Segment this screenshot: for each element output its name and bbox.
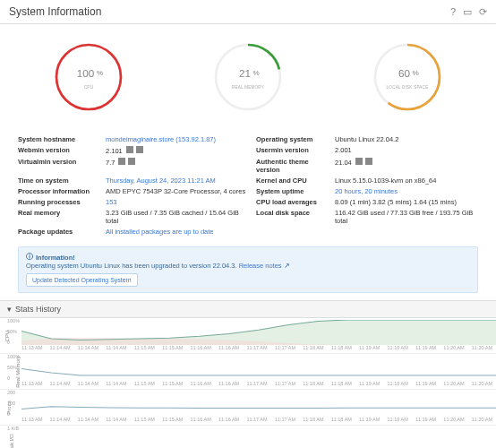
theme-info-icon[interactable]	[365, 158, 372, 165]
gauges-row: 100%CPU 21%REAL MEMORY 60%LOCAL DISK SPA…	[0, 24, 496, 132]
settings-icon[interactable]	[126, 146, 133, 153]
lbl-load: CPU load averages	[256, 198, 328, 206]
gauge-memory: 21%REAL MEMORY	[208, 37, 288, 119]
chart-label: Real Memory	[15, 356, 21, 388]
val-os: Ubuntu Linux 22.04.2	[335, 135, 478, 143]
lbl-usermin: Usermin version	[256, 146, 328, 155]
page-header: System Information ? ▭ ⟳	[0, 0, 496, 24]
chart-x-axis: 11:13 AM11:14 AM11:14 AM11:14 AM11:15 AM…	[21, 381, 496, 386]
stats-header[interactable]: ▾Stats History	[0, 300, 496, 318]
lbl-uptime: System uptime	[256, 187, 328, 195]
lbl-webmin: Webmin version	[18, 146, 98, 155]
svg-text:100: 100	[77, 67, 95, 79]
svg-text:%: %	[412, 69, 418, 77]
alert-body: Operating system Ubuntu Linux has been u…	[26, 262, 470, 270]
chart-x-axis: 11:13 AM11:14 AM11:14 AM11:14 AM11:15 AM…	[21, 417, 496, 422]
lbl-mem: Real memory	[18, 209, 98, 225]
lbl-time: Time on system	[18, 177, 98, 185]
terminal-icon[interactable]: ▭	[463, 6, 472, 18]
info-grid: System hostnamemondeimaginaire.store (15…	[0, 132, 496, 243]
alert-info: ⓘInformation! Operating system Ubuntu Li…	[18, 246, 478, 293]
svg-text:60: 60	[398, 67, 411, 79]
lbl-proc: Processor information	[18, 187, 98, 195]
val-running[interactable]: 153	[106, 198, 249, 206]
chevron-down-icon: ▾	[7, 305, 12, 314]
chart-diskio: Disk I/O 1 KiB0 11:13 AM11:14 AM11:14 AM…	[0, 426, 496, 448]
theme-settings-icon[interactable]	[355, 158, 363, 165]
val-load: 8.09 (1 min) 3.82 (5 mins) 1.64 (15 mins…	[335, 198, 478, 206]
lbl-pkg: Package updates	[18, 228, 98, 236]
val-pkg[interactable]: All installed packages are up to date	[106, 228, 249, 236]
info-icon[interactable]	[136, 146, 143, 153]
val-usermin: 2.001	[335, 146, 478, 155]
help-icon[interactable]: ?	[450, 6, 456, 18]
chart-procs: Procs 2001000 11:13 AM11:14 AM11:14 AM11…	[0, 390, 496, 426]
update-os-button[interactable]: Update Detected Operating System	[26, 273, 138, 287]
lbl-running: Running processes	[18, 198, 98, 206]
svg-text:21: 21	[239, 67, 251, 79]
release-notes-link[interactable]: Release notes	[239, 262, 282, 270]
lbl-os: Operating system	[256, 135, 328, 143]
info-circle-icon: ⓘ	[26, 253, 33, 262]
lbl-hostname: System hostname	[18, 135, 98, 143]
lbl-virtualmin: Virtualmin version	[18, 158, 98, 174]
val-kernel: Linux 5.15.0-1039-kvm on x86_64	[335, 177, 478, 185]
page-title: System Information	[9, 5, 101, 18]
val-time[interactable]: Thursday, August 24, 2023 11:21 AM	[106, 177, 249, 185]
chart-label: Disk I/O	[9, 434, 14, 448]
val-uptime[interactable]: 20 hours, 20 minutes	[335, 187, 478, 195]
val-webmin: 2.101	[106, 146, 249, 155]
note-icon[interactable]	[118, 158, 125, 165]
alert-title: ⓘInformation!	[26, 253, 470, 262]
val-proc: AMD EPYC 7543P 32-Core Processor, 4 core…	[106, 187, 249, 195]
chart-realmemory: Real Memory 100%50%0 11:13 AM11:14 AM11:…	[0, 354, 496, 390]
lbl-disk: Local disk space	[256, 209, 328, 225]
val-hostname[interactable]: mondeimaginaire.store (153.92.1.87)	[106, 135, 249, 143]
svg-text:%: %	[97, 69, 103, 77]
chart-x-axis: 11:13 AM11:14 AM11:14 AM11:14 AM11:15 AM…	[21, 345, 496, 350]
refresh-icon[interactable]: ⟳	[479, 6, 487, 18]
svg-text:LOCAL DISK SPACE: LOCAL DISK SPACE	[387, 85, 429, 90]
charts-container: CPU 100%50%0 11:13 AM11:14 AM11:14 AM11:…	[0, 318, 496, 448]
val-virtualmin: 7.7	[106, 158, 249, 174]
header-actions: ? ▭ ⟳	[450, 6, 487, 18]
val-disk: 116.42 GiB used / 77.33 GiB free / 193.7…	[335, 209, 478, 225]
lbl-theme: Authentic theme version	[256, 158, 328, 174]
gauge-disk: 60%LOCAL DISK SPACE	[367, 37, 448, 119]
gauge-cpu: 100%CPU	[48, 37, 129, 119]
val-theme: 21.04	[335, 158, 478, 174]
val-mem: 3.23 GiB used / 7.35 GiB cached / 15.64 …	[106, 209, 249, 225]
chart-cpu: CPU 100%50%0 11:13 AM11:14 AM11:14 AM11:…	[0, 318, 496, 354]
svg-text:%: %	[252, 69, 259, 77]
svg-text:REAL MEMORY: REAL MEMORY	[232, 85, 264, 90]
key-icon[interactable]	[128, 158, 135, 165]
svg-text:CPU: CPU	[84, 85, 93, 90]
lbl-kernel: Kernel and CPU	[256, 177, 328, 185]
external-icon: ↗	[284, 262, 290, 270]
